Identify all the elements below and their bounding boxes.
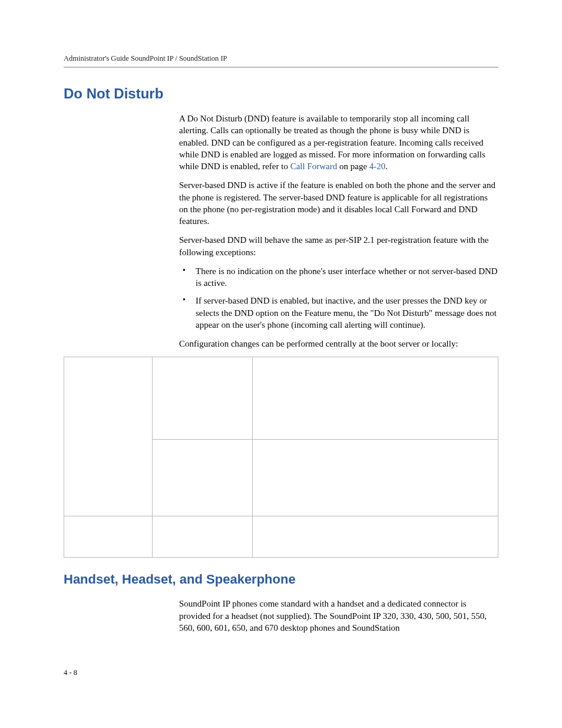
- paragraph: A Do Not Disturb (DND) feature is availa…: [179, 113, 498, 172]
- table-cell: [253, 440, 498, 516]
- table-cell: [153, 440, 253, 516]
- text-run: on page: [337, 162, 369, 171]
- table-cell: [153, 516, 253, 558]
- section1-body: A Do Not Disturb (DND) feature is availa…: [179, 113, 498, 350]
- table-row: [64, 516, 498, 558]
- table-row: [64, 357, 498, 440]
- table-cell: [153, 357, 253, 440]
- heading-do-not-disturb: Do Not Disturb: [64, 85, 498, 102]
- paragraph: Server-based DND will behave the same as…: [179, 234, 498, 258]
- paragraph: SoundPoint IP phones come standard with …: [179, 598, 498, 634]
- list-item: If server-based DND is enabled, but inac…: [179, 295, 498, 331]
- text-run: .: [385, 162, 388, 171]
- page-number: 4 - 8: [64, 668, 77, 677]
- xref-page-4-20[interactable]: 4-20: [369, 162, 386, 171]
- paragraph: Configuration changes can be performed c…: [179, 338, 498, 350]
- paragraph: Server-based DND is active if the featur…: [179, 179, 498, 227]
- running-head: Administrator's Guide SoundPoint IP / So…: [64, 54, 498, 63]
- bullet-list: There is no indication on the phone's us…: [179, 265, 498, 331]
- table-cell: [64, 357, 153, 516]
- document-page: Administrator's Guide SoundPoint IP / So…: [0, 0, 562, 728]
- table-cell: [64, 516, 153, 558]
- table-cell: [253, 357, 498, 440]
- section2-body: SoundPoint IP phones come standard with …: [179, 598, 498, 634]
- xref-call-forward[interactable]: Call Forward: [290, 162, 338, 171]
- config-table: [64, 357, 498, 558]
- list-item: There is no indication on the phone's us…: [179, 265, 498, 289]
- heading-handset-headset-speakerphone: Handset, Headset, and Speakerphone: [64, 572, 498, 587]
- header-rule: [64, 67, 498, 68]
- table-cell: [253, 516, 498, 558]
